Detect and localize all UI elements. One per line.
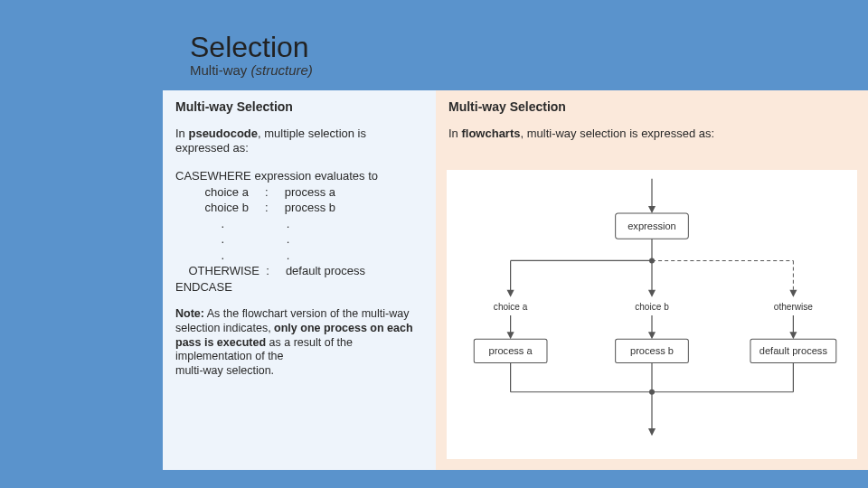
flowchart: expression choice a choice b otherwise: [447, 170, 857, 459]
page-title: Selection: [190, 31, 868, 64]
subtitle-plain: Multi-way: [190, 62, 251, 78]
page-subtitle: Multi-way (structure): [190, 62, 868, 78]
pseudo-l2b: :: [265, 185, 269, 199]
pseudo-line1: CASEWHERE expression evaluates to: [175, 169, 378, 183]
left-column: Multi-way Selection In pseudocode, multi…: [163, 90, 436, 470]
choice-b-label: choice b: [635, 302, 669, 312]
pseudo-dot3a: .: [222, 249, 225, 262]
left-lead: In pseudocode, multiple selection is exp…: [175, 127, 421, 156]
otherwise-label: otherwise: [774, 302, 814, 312]
subtitle-italic: (structure): [251, 62, 313, 78]
choice-a-label: choice a: [494, 302, 528, 312]
drop-otherwise-arrowhead-icon: [789, 290, 797, 297]
process-b-label: process b: [630, 345, 674, 356]
process-a-label: process a: [489, 345, 533, 356]
note-bold1: Note:: [175, 307, 204, 320]
right-lead: In flowcharts, multi-way selection is ex…: [448, 127, 854, 141]
pseudo-dot2b: .: [287, 232, 290, 246]
to-proc-a-arrowhead-icon: [507, 332, 514, 339]
pseudo-l5a: OTHERWISE: [188, 264, 259, 277]
right-lead-bold: flowcharts: [461, 127, 520, 140]
left-heading: Multi-way Selection: [175, 99, 421, 116]
left-lead-prefix: In: [175, 127, 188, 140]
to-proc-b-arrowhead-icon: [648, 332, 656, 339]
exit-arrowhead-icon: [648, 428, 656, 436]
right-column: Multi-way Selection In flowcharts, multi…: [436, 90, 868, 470]
flowchart-svg: expression choice a choice b otherwise: [447, 170, 857, 459]
pseudo-dot3b: .: [287, 249, 290, 262]
note-t3: multi-way selection.: [175, 364, 274, 377]
pseudocode-block: CASEWHERE expression evaluates to choice…: [175, 168, 421, 295]
drop-b-arrowhead-icon: [648, 290, 656, 297]
right-lead-prefix: In: [448, 127, 461, 140]
pseudo-l3a: choice b: [205, 201, 249, 214]
pseudo-l3c: process b: [285, 201, 335, 214]
pseudo-end: ENDCASE: [175, 280, 232, 294]
pseudo-l5c: default process: [286, 264, 365, 277]
drop-a-arrowhead-icon: [507, 290, 514, 297]
content-columns: Multi-way Selection In pseudocode, multi…: [163, 90, 868, 470]
entry-arrowhead-icon: [648, 206, 656, 213]
slide-header: Selection Multi-way (structure): [0, 0, 868, 78]
decision-label: expression: [627, 221, 676, 231]
pseudo-l2c: process a: [285, 185, 335, 199]
right-heading: Multi-way Selection: [448, 99, 854, 116]
to-proc-default-arrowhead-icon: [789, 332, 797, 339]
note-block: Note: As the flowchart version of the mu…: [175, 307, 421, 378]
pseudo-l5b: :: [266, 264, 269, 277]
pseudo-l3b: :: [265, 201, 269, 214]
default-process-label: default process: [760, 345, 828, 356]
pseudo-dot1b: .: [287, 217, 290, 230]
pseudo-dot1a: .: [222, 217, 225, 230]
pseudo-l2a: choice a: [205, 185, 249, 199]
left-lead-bold: pseudocode: [188, 127, 258, 140]
right-lead-suffix: , multi-way selection is expressed as:: [520, 127, 714, 140]
pseudo-dot2a: .: [222, 232, 225, 246]
